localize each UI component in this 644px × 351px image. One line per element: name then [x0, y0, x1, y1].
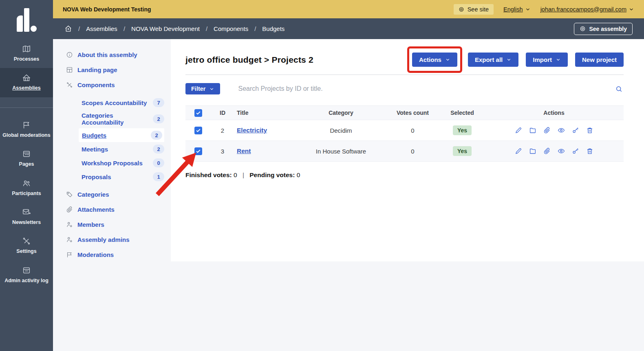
folder-icon[interactable] — [529, 147, 536, 155]
actions-button[interactable]: Actions — [412, 53, 457, 67]
filter-button[interactable]: Filter — [185, 83, 220, 94]
main-panel: jetro office budget > Projects 2 Actions… — [171, 39, 644, 261]
component-label: Scopes Accountability — [82, 99, 147, 106]
search-icon[interactable] — [614, 84, 624, 94]
row-checkbox[interactable] — [194, 147, 202, 155]
people-icon — [22, 179, 31, 188]
see-assembly-label: See assembly — [589, 26, 627, 32]
breadcrumb-components[interactable]: Components — [214, 25, 248, 32]
export-all-button[interactable]: Export all — [468, 53, 518, 67]
preview-icon[interactable] — [558, 127, 565, 134]
user-email: johan.francocampos@gmail.com — [540, 6, 626, 13]
permissions-key-icon[interactable] — [572, 127, 579, 134]
sidebar-item-global-moderations[interactable]: Global moderations — [0, 115, 53, 144]
search-input[interactable] — [238, 85, 614, 92]
breadcrumb-budgets[interactable]: Budgets — [262, 25, 285, 32]
see-site-button[interactable]: See site — [454, 4, 494, 15]
logo-shape — [17, 15, 23, 32]
folder-icon[interactable] — [529, 127, 536, 134]
language-dropdown[interactable]: English — [503, 6, 531, 13]
flag-icon — [66, 251, 73, 258]
component-label: Budgets — [82, 132, 106, 139]
home-icon[interactable] — [64, 25, 72, 33]
edit-icon[interactable] — [515, 127, 522, 134]
pending-votes-value: 0 — [297, 171, 300, 178]
sidebar-item-label: Newsletters — [12, 219, 41, 225]
component-item-categories-accountability[interactable]: Categories Accountability 2 — [82, 110, 164, 128]
breadcrumb-nova-web-development[interactable]: NOVA Web Development — [131, 25, 200, 32]
menu-item-attachments[interactable]: Attachments — [66, 202, 171, 217]
chevron-down-icon — [445, 57, 450, 62]
see-site-label: See site — [468, 6, 489, 13]
menu-item-landing-page[interactable]: Landing page — [66, 62, 171, 77]
finished-votes-label: Finished votes: — [185, 171, 232, 178]
permissions-key-icon[interactable] — [572, 147, 579, 155]
count-badge: 7 — [153, 98, 164, 107]
layout-icon — [66, 66, 73, 73]
menu-item-about-assembly[interactable]: About this assembly — [66, 47, 171, 62]
actions-button-label: Actions — [419, 56, 441, 63]
attachments-icon[interactable] — [543, 147, 551, 155]
menu-item-label: About this assembly — [77, 51, 137, 58]
menu-item-moderations[interactable]: Moderations — [66, 247, 171, 262]
sidebar-item-participants[interactable]: Participants — [0, 173, 53, 202]
menu-item-label: Components — [77, 81, 115, 88]
selected-badge: Yes — [453, 146, 472, 156]
assembly-menu: About this assembly Landing page Compone… — [53, 39, 171, 261]
check-icon — [196, 128, 201, 133]
menu-item-assembly-admins[interactable]: Assembly admins — [66, 232, 171, 247]
sidebar-item-label: Settings — [16, 248, 36, 254]
chevron-down-icon — [525, 7, 531, 12]
component-item-proposals[interactable]: Proposals 1 — [82, 170, 164, 184]
component-item-meetings[interactable]: Meetings 2 — [82, 142, 164, 156]
sidebar-item-settings[interactable]: Settings — [0, 231, 53, 260]
column-header-title: Title — [234, 110, 297, 116]
sidebar-item-pages[interactable]: Pages — [0, 144, 53, 173]
attachments-icon[interactable] — [543, 127, 551, 134]
sidebar-item-processes[interactable]: Processes — [0, 39, 53, 68]
menu-item-label: Attachments — [77, 206, 115, 213]
component-label: Categories Accountability — [82, 112, 153, 126]
preview-icon[interactable] — [558, 147, 565, 155]
column-header-actions: Actions — [484, 110, 624, 116]
votes-summary: Finished votes: 0 | Pending votes: 0 — [185, 171, 624, 179]
project-id: 2 — [211, 127, 234, 134]
edit-icon[interactable] — [515, 147, 522, 155]
menu-item-members[interactable]: Members — [66, 217, 171, 232]
row-checkbox[interactable] — [194, 127, 202, 134]
breadcrumb: / Assemblies / NOVA Web Development / Co… — [53, 18, 644, 39]
menu-item-label: Categories — [77, 191, 109, 198]
count-badge: 2 — [153, 114, 164, 123]
user-menu[interactable]: johan.francocampos@gmail.com — [540, 6, 634, 13]
breadcrumb-separator: / — [206, 25, 207, 32]
component-label: Workshop Proposals — [82, 160, 143, 167]
sidebar-item-admin-activity-log[interactable]: Admin activity log — [0, 261, 53, 290]
logo-shape — [31, 26, 37, 32]
sidebar-item-label: Participants — [12, 191, 41, 196]
sidebar-item-assemblies[interactable]: Assemblies — [0, 68, 53, 97]
eye-icon — [459, 7, 464, 12]
mail-plus-icon — [22, 208, 31, 217]
see-assembly-button[interactable]: See assembly — [574, 23, 633, 35]
delete-icon[interactable] — [586, 147, 593, 155]
chevron-down-icon — [556, 57, 561, 62]
component-item-scopes-accountability[interactable]: Scopes Accountability 7 — [82, 96, 164, 110]
sidebar-item-newsletters[interactable]: Newsletters — [0, 202, 53, 231]
import-button[interactable]: Import — [526, 53, 568, 67]
new-project-button[interactable]: New project — [575, 53, 624, 67]
project-title-link[interactable]: Electricity — [237, 127, 267, 134]
breadcrumb-assemblies[interactable]: Assemblies — [86, 25, 117, 32]
select-all-checkbox[interactable] — [194, 109, 202, 117]
count-badge: 1 — [153, 172, 164, 181]
project-title-link[interactable]: Rent — [237, 147, 251, 154]
column-header-selected: Selected — [440, 110, 484, 116]
component-item-budgets[interactable]: Budgets 2 — [79, 128, 164, 142]
menu-item-components[interactable]: Components — [66, 77, 171, 92]
annotation-red-box: Actions — [412, 53, 457, 67]
component-label: Proposals — [82, 173, 111, 180]
delete-icon[interactable] — [586, 127, 593, 134]
table-header-row: ID Title Category Votes count Selected A… — [185, 106, 624, 120]
component-item-workshop-proposals[interactable]: Workshop Proposals 0 — [82, 156, 164, 170]
menu-item-categories[interactable]: Categories — [66, 187, 171, 202]
sidebar-item-label: Global moderations — [2, 132, 50, 138]
